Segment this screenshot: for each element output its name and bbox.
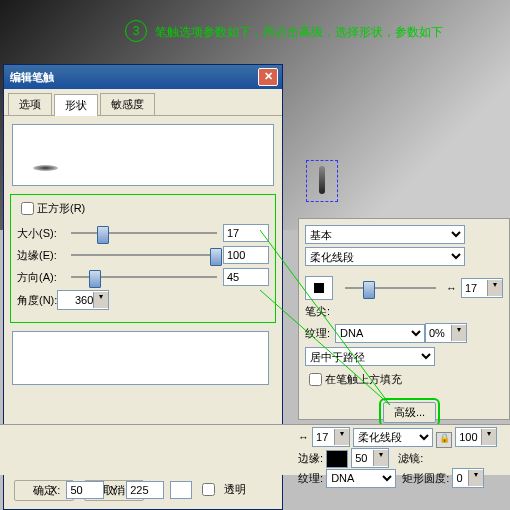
bottom-edge-label: 边缘: — [298, 452, 323, 464]
tab-shape[interactable]: 形状 — [54, 94, 98, 116]
edge-color-swatch[interactable] — [326, 450, 348, 468]
y-input[interactable] — [126, 481, 164, 499]
bottom-edge-spinner[interactable]: 50▾ — [351, 448, 389, 468]
softline-combo[interactable]: 柔化线段 — [305, 247, 465, 266]
chevron-down-icon[interactable]: ▾ — [93, 292, 108, 308]
stroke-preview — [12, 124, 274, 186]
square-checkbox[interactable] — [21, 202, 34, 215]
brush-preview-icon — [306, 160, 338, 202]
tab-options[interactable]: 选项 — [8, 93, 52, 115]
square-label: 正方形(R) — [37, 201, 85, 216]
color-swatch[interactable] — [170, 481, 192, 499]
lock-icon[interactable]: 🔒 — [436, 432, 452, 448]
bottom-texture-label: 纹理: — [298, 472, 323, 484]
direction-input[interactable] — [223, 268, 269, 286]
edge-label: 边缘(E): — [17, 248, 65, 263]
dialog-titlebar[interactable]: 编辑笔触 ✕ — [4, 65, 282, 89]
bottom-style-combo[interactable]: 柔化线段 — [353, 428, 433, 447]
fill-above-checkbox[interactable] — [309, 373, 322, 386]
size-input[interactable] — [223, 224, 269, 242]
angle-label: 角度(N): — [17, 293, 57, 308]
bottom-opacity-spinner[interactable]: 100▾ — [455, 427, 497, 447]
step-number: 3 — [125, 20, 147, 42]
tip-label: 笔尖: — [305, 304, 335, 319]
rect-roundness-label: 矩形圆度: — [402, 472, 449, 484]
stroke-panel: 基本 柔化线段 ↔ 17▾ 笔尖: 纹理:DNA 0%▾ 居中于路径 在笔触上方… — [298, 218, 510, 420]
rect-roundness-spinner[interactable]: 0▾ — [452, 468, 484, 488]
bottom-size-spinner[interactable]: 17▾ — [312, 427, 350, 447]
size-label: 大小(S): — [17, 226, 65, 241]
texture-combo[interactable]: DNA — [335, 324, 425, 343]
tab-sensitivity[interactable]: 敏感度 — [100, 93, 155, 115]
x-input[interactable] — [66, 481, 104, 499]
angle-spinner[interactable]: 360▾ — [57, 290, 109, 310]
size-slider[interactable] — [71, 224, 217, 242]
edge-input[interactable] — [223, 246, 269, 264]
center-combo[interactable]: 居中于路径 — [305, 347, 435, 366]
close-icon[interactable]: ✕ — [258, 68, 278, 86]
direction-label: 方向(A): — [17, 270, 65, 285]
shape-params-group: 正方形(R) 大小(S): 边缘(E): 方向(A): 角度(N): 360▾ — [10, 194, 276, 323]
brush-sample-icon[interactable] — [305, 276, 333, 300]
bottom-texture-combo[interactable]: DNA — [326, 469, 396, 488]
edge-slider[interactable] — [71, 246, 217, 264]
fill-above-label: 在笔触上方填充 — [325, 372, 402, 387]
direction-slider[interactable] — [71, 268, 217, 286]
tip-size-spinner[interactable]: 17▾ — [461, 278, 503, 298]
transparent-label: 透明 — [224, 482, 246, 497]
advanced-button[interactable]: 高级... — [383, 402, 436, 423]
tip-slider[interactable] — [345, 279, 436, 297]
step-text: 笔触选项参数如下，再点击高级，选择形状，参数如下 — [155, 24, 443, 41]
texture-label: 纹理: — [305, 326, 335, 341]
notes-textarea[interactable] — [12, 331, 269, 385]
dialog-title: 编辑笔触 — [10, 71, 54, 83]
basic-combo[interactable]: 基本 — [305, 225, 465, 244]
texture-pct-spinner[interactable]: 0%▾ — [425, 323, 467, 343]
filter-label: 滤镜: — [398, 452, 423, 464]
transparent-checkbox[interactable] — [202, 483, 215, 496]
